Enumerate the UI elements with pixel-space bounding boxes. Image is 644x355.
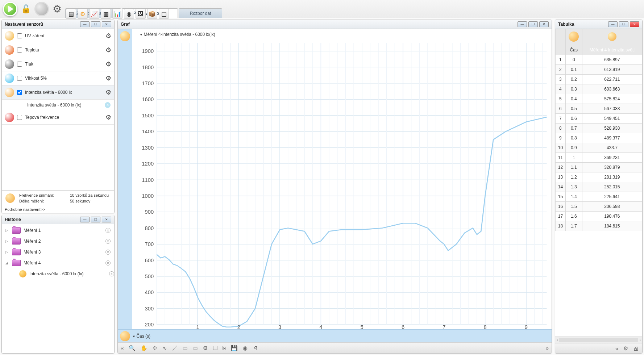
gear-icon[interactable]: ⚙ <box>105 46 111 54</box>
table-row[interactable]: 70.6549.451 <box>556 114 642 124</box>
history-item[interactable]: ▷Měření 1× <box>2 225 114 236</box>
close-btn[interactable]: ✕ <box>102 217 111 222</box>
close-btn[interactable]: ✕ <box>630 21 639 27</box>
ruler-icon[interactable]: ／ <box>172 344 178 351</box>
sensor-row[interactable]: UV záření⚙ <box>2 29 114 43</box>
unlock-icon[interactable]: 🔓 <box>21 4 31 14</box>
wave-icon[interactable]: ∿ <box>162 345 167 351</box>
mini-btn-chart[interactable]: 📈 <box>89 9 99 19</box>
history-item[interactable]: ▷Měření 3× <box>2 247 114 258</box>
expand-icon[interactable]: » <box>546 345 549 351</box>
max-btn[interactable]: ❐ <box>619 21 628 27</box>
gear-icon[interactable]: ⚙ <box>105 32 111 40</box>
print-icon[interactable]: 🖨 <box>633 345 639 351</box>
remove-icon[interactable]: × <box>105 102 111 108</box>
table-row[interactable]: 30.2622.711 <box>556 75 642 84</box>
gear-icon[interactable]: ⚙ <box>105 74 111 82</box>
table-row[interactable]: 100.9433.7 <box>556 143 642 153</box>
mini-btn-1[interactable]: ▤ <box>66 9 76 19</box>
min-btn[interactable]: — <box>80 21 90 27</box>
table-row[interactable]: 60.5567.033 <box>556 104 642 114</box>
remove-icon[interactable]: × <box>105 250 111 255</box>
sensor-checkbox[interactable] <box>17 47 22 53</box>
caret-icon[interactable]: ▷ <box>5 250 9 254</box>
caret-icon[interactable]: ◢ <box>5 261 9 265</box>
table-row[interactable]: 10635.897 <box>556 55 642 65</box>
table-row[interactable]: 80.7528.938 <box>556 124 642 133</box>
table-row[interactable]: 121.1320.879 <box>556 163 642 172</box>
history-item[interactable]: ◢Měření 4× <box>2 258 114 268</box>
min-btn[interactable]: — <box>608 21 618 27</box>
record-button[interactable] <box>34 2 49 16</box>
remove-icon[interactable]: × <box>105 239 111 244</box>
table-row[interactable]: 90.8489.377 <box>556 133 642 143</box>
pan-icon[interactable]: ✋ <box>141 345 148 351</box>
remove-icon[interactable]: × <box>105 228 111 233</box>
sensor-checkbox[interactable] <box>17 76 22 81</box>
gear-icon[interactable]: ⚙ <box>203 345 208 351</box>
play-button[interactable] <box>3 2 17 16</box>
collapse-icon[interactable]: « <box>615 345 618 351</box>
max-btn[interactable]: ❐ <box>528 21 538 27</box>
gear-icon[interactable]: ⚙ <box>623 345 628 352</box>
col-value[interactable]: Měření 4 Intenzita světl <box>582 45 642 55</box>
layers-icon[interactable]: ❏ <box>213 345 217 351</box>
mini-btn-2[interactable]: ⚙ <box>78 9 88 19</box>
sensor-sub-row[interactable]: Intenzita světla - 6000 lx (lx)× <box>2 100 114 110</box>
min-btn[interactable]: — <box>518 21 527 27</box>
sensor-row[interactable]: Tepová frekvence⚙ <box>2 110 114 125</box>
sensor-checkbox[interactable] <box>17 62 22 67</box>
mini-btn-img[interactable]: 🖼 <box>136 9 146 19</box>
history-item[interactable]: ▷Měření 2× <box>2 236 114 247</box>
sensor-row[interactable]: Intenzita světla - 6000 lx⚙ <box>2 85 114 100</box>
save-icon[interactable]: 💾 <box>231 345 238 351</box>
mini-btn-table[interactable]: ▦ <box>101 9 111 19</box>
collapse-icon[interactable]: « <box>121 345 124 351</box>
sensor-row[interactable]: Tlak⚙ <box>2 57 114 71</box>
mini-btn-pkg[interactable]: 📦 <box>147 9 157 19</box>
sensor-checkbox[interactable] <box>17 33 22 38</box>
h-scrollbar[interactable]: ‹› <box>555 337 642 343</box>
gear-icon[interactable]: ⚙ <box>105 113 111 121</box>
gear-icon[interactable]: ⚙ <box>105 60 111 68</box>
mini-btn-disc[interactable]: ◉ <box>124 9 134 19</box>
sensor-row[interactable]: Teplota⚙ <box>2 43 114 57</box>
sensor-checkbox[interactable] <box>17 115 22 120</box>
copy-icon[interactable]: ▭ <box>193 345 198 351</box>
select-icon[interactable]: ▭ <box>183 345 188 351</box>
table-row[interactable]: 151.4225.641 <box>556 192 642 202</box>
mini-btn-bars[interactable]: 📊 <box>112 9 122 19</box>
max-btn[interactable]: ❐ <box>91 217 100 222</box>
mini-btn-layout[interactable]: ◫ <box>159 9 169 19</box>
print-icon[interactable]: 🖨 <box>253 345 258 351</box>
table-row[interactable]: 40.3603.663 <box>556 84 642 94</box>
sensor-row[interactable]: Vlhkost 5%⚙ <box>2 71 114 85</box>
table-row[interactable]: 181.7184.615 <box>556 221 642 231</box>
history-sub-item[interactable]: Intenzita světla - 6000 lx (lx)× <box>2 268 114 279</box>
table-row[interactable]: 171.6190.476 <box>556 212 642 221</box>
remove-icon[interactable]: × <box>105 260 111 266</box>
min-btn[interactable]: — <box>80 217 90 222</box>
x-axis-label[interactable]: Čas (s) <box>132 334 150 339</box>
chart-series-label[interactable]: Měření 4-Intenzita světla - 6000 lx(lx) <box>140 32 215 37</box>
settings-icon[interactable]: ⚙ <box>53 3 62 15</box>
table-row[interactable]: 161.5206.593 <box>556 202 642 212</box>
table-row[interactable]: 50.4575.824 <box>556 94 642 104</box>
table-row[interactable]: 111369.231 <box>556 153 642 163</box>
sensor-checkbox[interactable] <box>17 90 22 95</box>
zoom-icon[interactable]: 🔍 <box>129 345 136 351</box>
export-icon[interactable]: ⎘ <box>223 345 226 351</box>
crosshair-icon[interactable]: ✢ <box>153 345 157 351</box>
col-time[interactable]: Čas <box>565 45 582 55</box>
table-row[interactable]: 141.3252.015 <box>556 182 642 192</box>
close-btn[interactable]: ✕ <box>102 21 111 27</box>
tab-data-analysis[interactable]: Rozbor dat <box>179 8 223 18</box>
camera-icon[interactable]: ◉ <box>243 345 248 351</box>
caret-icon[interactable]: ▷ <box>5 239 9 243</box>
remove-icon[interactable]: × <box>109 271 114 276</box>
caret-icon[interactable]: ▷ <box>5 229 9 232</box>
table-row[interactable]: 131.2281.319 <box>556 172 642 182</box>
detail-settings-link[interactable]: Podrobné nastavení>> <box>2 206 114 213</box>
gear-icon[interactable]: ⚙ <box>105 88 111 96</box>
table-row[interactable]: 20.1613.919 <box>556 65 642 75</box>
